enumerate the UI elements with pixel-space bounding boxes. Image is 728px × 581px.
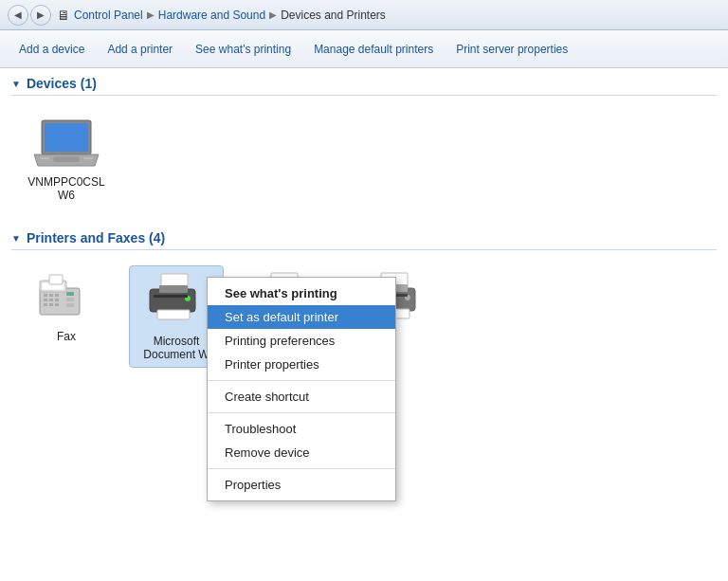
devices-grid: VNMPPC0CSLW6 xyxy=(0,103,728,223)
device-label-ms-doc: MicrosoftDocument W xyxy=(143,335,209,361)
printer-ms-icon xyxy=(142,272,210,329)
add-device-button[interactable]: Add a device xyxy=(8,30,96,67)
svg-rect-23 xyxy=(159,285,188,293)
ctx-properties[interactable]: Properties xyxy=(208,473,395,497)
svg-rect-13 xyxy=(49,294,53,297)
ctx-sep-3 xyxy=(208,468,395,469)
device-item-laptop[interactable]: VNMPPC0CSLW6 xyxy=(19,111,114,208)
ctx-sep-1 xyxy=(208,380,395,381)
back-button[interactable]: ◀ xyxy=(8,5,28,26)
printers-divider xyxy=(11,249,717,250)
breadcrumb-control-panel[interactable]: Control Panel xyxy=(74,9,143,22)
add-printer-button[interactable]: Add a printer xyxy=(96,30,184,67)
ctx-troubleshoot[interactable]: Troubleshoot xyxy=(208,417,395,441)
svg-rect-19 xyxy=(49,303,53,306)
fax-icon xyxy=(32,271,100,324)
ctx-printer-properties[interactable]: Printer properties xyxy=(208,353,395,376)
devices-arrow-icon: ▼ xyxy=(11,79,21,89)
devices-divider xyxy=(11,95,717,96)
ctx-printing-preferences[interactable]: Printing preferences xyxy=(208,329,395,353)
svg-rect-10 xyxy=(66,298,74,301)
svg-rect-20 xyxy=(55,303,59,306)
printers-arrow-icon: ▼ xyxy=(11,233,21,244)
svg-rect-14 xyxy=(55,294,59,297)
svg-rect-11 xyxy=(66,303,74,307)
device-label-fax: Fax xyxy=(57,330,76,343)
ctx-remove-device[interactable]: Remove device xyxy=(208,441,395,464)
address-bar: ◀ ▶ 🖥 Control Panel ▶ Hardware and Sound… xyxy=(0,0,728,30)
svg-rect-26 xyxy=(154,295,188,298)
printers-section-header[interactable]: ▼ Printers and Faxes (4) xyxy=(0,223,728,249)
device-label-laptop: VNMPPC0CSLW6 xyxy=(25,175,108,202)
print-server-button[interactable]: Print server properties xyxy=(445,30,579,67)
ctx-set-default[interactable]: Set as default printer xyxy=(208,305,395,329)
svg-rect-1 xyxy=(45,123,88,152)
svg-rect-8 xyxy=(49,275,63,284)
svg-rect-3 xyxy=(40,157,49,159)
svg-rect-2 xyxy=(53,156,80,162)
svg-rect-15 xyxy=(44,299,47,301)
svg-rect-17 xyxy=(55,299,59,301)
device-item-fax[interactable]: Fax xyxy=(19,265,114,368)
svg-rect-12 xyxy=(44,294,47,297)
manage-default-button[interactable]: Manage default printers xyxy=(302,30,445,67)
breadcrumb-current: Devices and Printers xyxy=(281,9,386,22)
nav-buttons: ◀ ▶ xyxy=(8,5,51,26)
ctx-create-shortcut[interactable]: Create shortcut xyxy=(208,385,395,409)
devices-section-header[interactable]: ▼ Devices (1) xyxy=(0,68,728,95)
breadcrumb-hardware[interactable]: Hardware and Sound xyxy=(158,9,265,22)
svg-rect-16 xyxy=(49,299,53,301)
ctx-see-printing[interactable]: See what's printing xyxy=(208,281,395,305)
ctx-sep-2 xyxy=(208,412,395,413)
breadcrumb: 🖥 Control Panel ▶ Hardware and Sound ▶ D… xyxy=(57,8,386,23)
toolbar: Add a device Add a printer See what's pr… xyxy=(0,30,728,68)
icon-computer: 🖥 xyxy=(57,8,70,23)
main-content: ▼ Devices (1) VNMPPC0CSLW6 ▼ Printers an… xyxy=(0,68,728,581)
context-menu: See what's printing Set as default print… xyxy=(207,277,396,501)
see-printing-button[interactable]: See what's printing xyxy=(184,30,302,67)
forward-button[interactable]: ▶ xyxy=(30,5,51,26)
svg-rect-18 xyxy=(44,303,47,306)
svg-rect-4 xyxy=(83,157,93,159)
printers-section-title: Printers and Faxes (4) xyxy=(27,230,165,245)
svg-rect-24 xyxy=(157,310,190,319)
devices-section-title: Devices (1) xyxy=(27,76,97,91)
laptop-icon xyxy=(32,117,100,170)
svg-rect-9 xyxy=(66,292,74,296)
